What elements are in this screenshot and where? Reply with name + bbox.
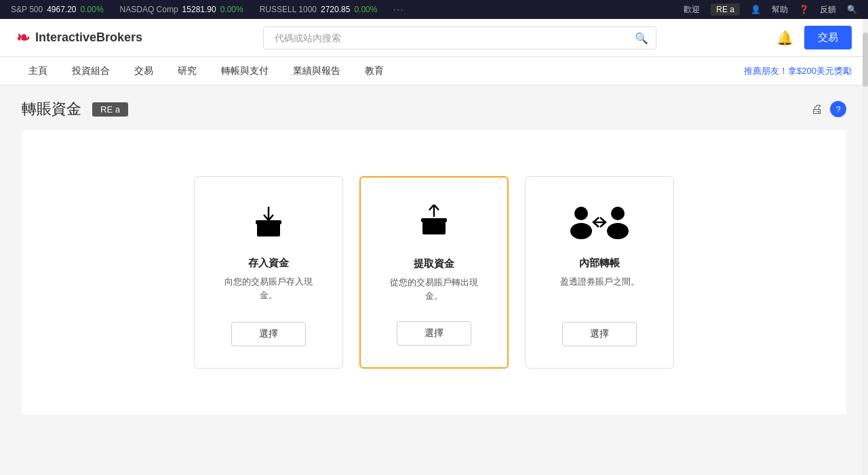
search-icon[interactable]: 🔍 <box>635 31 648 44</box>
options-grid: 存入資金 向您的交易賬戶存入現金。 選擇 提取資金 從您 <box>194 176 674 369</box>
ticker-more[interactable]: ··· <box>393 5 404 14</box>
ticker-left: S&P 500 4967.20 0.00% NASDAQ Comp 15281.… <box>11 5 404 14</box>
user-icon[interactable]: 👤 <box>751 5 761 14</box>
ticker-russell: RUSSELL 1000 2720.85 0.00% <box>260 5 378 14</box>
internal-transfer-icon <box>569 204 630 241</box>
header: ❧ InteractiveBrokers 🔍 🔔 交易 <box>0 19 868 57</box>
russell-label: RUSSELL 1000 <box>260 5 317 14</box>
logo-text-light: Interactive <box>35 30 96 44</box>
nav-home[interactable]: 主頁 <box>16 57 60 85</box>
withdraw-card: 提取資金 從您的交易賬戶轉出現金。 選擇 <box>359 176 509 369</box>
internal-transfer-desc: 盈透證券賬戶之間。 <box>560 275 639 289</box>
help-icon[interactable]: ❓ <box>799 5 809 14</box>
internal-transfer-card: 內部轉帳 盈透證券賬戶之間。 選擇 <box>525 176 674 369</box>
account-badge: RE a <box>92 102 128 117</box>
ticker-sp500: S&P 500 4967.20 0.00% <box>11 5 104 14</box>
search-input[interactable] <box>263 26 656 49</box>
internal-transfer-title: 內部轉帳 <box>579 257 620 270</box>
ticker-bar: S&P 500 4967.20 0.00% NASDAQ Comp 15281.… <box>0 0 868 19</box>
feedback-label[interactable]: 反饋 <box>820 4 836 16</box>
nav: 主頁 投資組合 交易 研究 轉帳與支付 業績與報告 教育 推薦朋友！拿$200美… <box>0 57 868 85</box>
page-header-actions: 🖨 ? <box>811 101 846 117</box>
sp500-change: 0.00% <box>81 5 104 14</box>
russell-value: 2720.85 <box>321 5 350 14</box>
welcome-label: 歡迎 <box>684 4 700 16</box>
nasdaq-label: NASDAQ Comp <box>120 5 178 14</box>
deposit-select-button[interactable]: 選擇 <box>231 322 306 346</box>
transfer-options-container: 存入資金 向您的交易賬戶存入現金。 選擇 提取資金 從您 <box>22 130 846 415</box>
notification-bell[interactable]: 🔔 <box>776 30 793 46</box>
feedback-icon[interactable]: 🔍 <box>847 5 857 14</box>
deposit-desc: 向您的交易賬戶存入現金。 <box>216 275 321 302</box>
svg-point-9 <box>611 207 625 220</box>
nav-performance[interactable]: 業績與報告 <box>281 57 353 85</box>
svg-point-7 <box>570 223 592 239</box>
withdraw-select-button[interactable]: 選擇 <box>397 321 471 346</box>
withdraw-title: 提取資金 <box>414 257 454 270</box>
withdraw-icon <box>416 205 452 241</box>
ticker-nasdaq: NASDAQ Comp 15281.90 0.00% <box>120 5 243 14</box>
deposit-card: 存入資金 向您的交易賬戶存入現金。 選擇 <box>194 176 343 369</box>
scrollbar[interactable] <box>863 19 868 475</box>
trade-button[interactable]: 交易 <box>804 26 852 49</box>
logo-icon: ❧ <box>16 28 30 47</box>
print-button[interactable]: 🖨 <box>811 101 823 117</box>
scroll-thumb[interactable] <box>863 33 868 87</box>
internal-transfer-select-button[interactable]: 選擇 <box>562 322 637 346</box>
nasdaq-change: 0.00% <box>220 5 243 14</box>
username-display: RE a <box>711 3 740 16</box>
withdraw-desc: 從您的交易賬戶轉出現金。 <box>382 276 486 302</box>
svg-point-10 <box>607 223 629 239</box>
svg-rect-2 <box>256 220 281 224</box>
svg-point-6 <box>574 207 588 220</box>
header-right: 🔔 交易 <box>776 26 852 49</box>
help-label[interactable]: 幫助 <box>772 4 788 16</box>
main-content: 存入資金 向您的交易賬戶存入現金。 選擇 提取資金 從您 <box>0 130 868 436</box>
search-bar: 🔍 <box>263 26 656 49</box>
page-help-button[interactable]: ? <box>830 101 846 117</box>
deposit-icon <box>250 204 287 241</box>
nav-portfolio[interactable]: 投資組合 <box>60 57 122 85</box>
page-header: 轉賬資金 RE a 🖨 ? <box>0 85 868 130</box>
deposit-title: 存入資金 <box>248 257 289 270</box>
nasdaq-value: 15281.90 <box>182 5 216 14</box>
nav-research[interactable]: 研究 <box>165 57 209 85</box>
sp500-label: S&P 500 <box>11 5 43 14</box>
sp500-value: 4967.20 <box>47 5 76 14</box>
russell-change: 0.00% <box>354 5 377 14</box>
logo-text-bold: Brokers <box>96 30 142 44</box>
logo-text: InteractiveBrokers <box>35 30 142 45</box>
logo[interactable]: ❧ InteractiveBrokers <box>16 28 142 47</box>
ticker-right: 歡迎 RE a 👤 幫助 ❓ 反饋 🔍 <box>684 3 857 16</box>
nav-links: 主頁 投資組合 交易 研究 轉帳與支付 業績與報告 教育 <box>16 57 396 85</box>
page-title: 轉賬資金 <box>22 99 81 119</box>
nav-transfer[interactable]: 轉帳與支付 <box>209 57 281 85</box>
nav-promo[interactable]: 推薦朋友！拿$200美元獎勵 <box>744 65 852 77</box>
nav-trade[interactable]: 交易 <box>122 57 165 85</box>
svg-rect-4 <box>421 218 447 222</box>
nav-education[interactable]: 教育 <box>353 57 396 85</box>
